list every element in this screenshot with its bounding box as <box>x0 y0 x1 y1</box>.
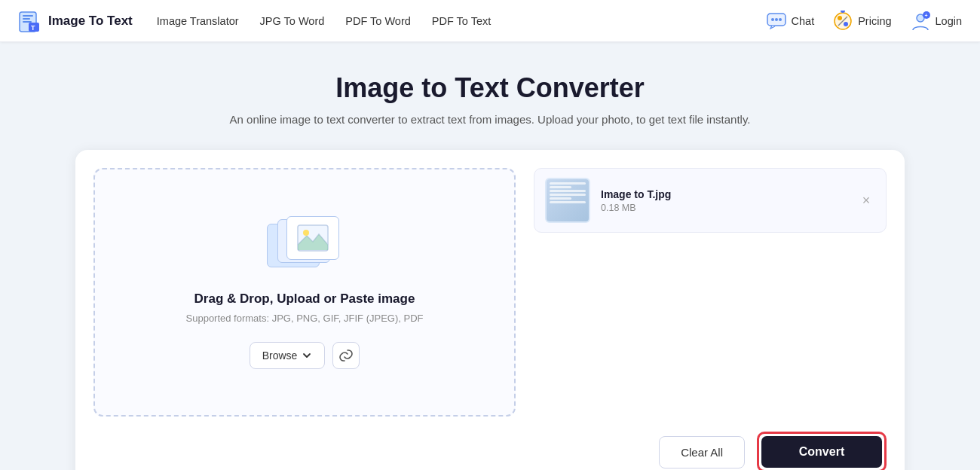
dropzone-title: Drag & Drop, Upload or Paste image <box>194 291 415 307</box>
thumb-line-1 <box>550 182 586 185</box>
main-content: Image to Text Converter An online image … <box>0 42 980 470</box>
link-icon <box>339 349 353 362</box>
thumb-line-3 <box>550 190 586 192</box>
pricing-icon <box>832 11 853 32</box>
file-size: 0.18 MB <box>601 203 847 213</box>
nav-link-pdf-to-text[interactable]: PDF To Text <box>432 15 491 27</box>
dropzone[interactable]: Drag & Drop, Upload or Paste image Suppo… <box>93 168 516 417</box>
chat-icon <box>766 11 787 32</box>
convert-button[interactable]: Convert <box>761 436 882 468</box>
svg-point-18 <box>303 230 309 236</box>
nav-links: Image Translator JPG To Word PDF To Word… <box>157 15 766 27</box>
navbar: T Image To Text Image Translator JPG To … <box>0 0 980 42</box>
login-label: Login <box>936 15 962 27</box>
dropzone-icon <box>267 216 342 276</box>
nav-right: Chat Pricing + Login <box>766 11 962 32</box>
chevron-down-icon <box>302 350 312 361</box>
clear-all-button[interactable]: Clear All <box>659 436 745 468</box>
pricing-label: Pricing <box>858 15 891 27</box>
link-button[interactable] <box>332 342 360 369</box>
convert-button-wrapper: Convert <box>757 432 887 470</box>
thumb-line-4 <box>550 194 586 196</box>
svg-point-9 <box>779 18 782 21</box>
pricing-link[interactable]: Pricing <box>832 11 891 32</box>
login-icon: + <box>910 11 931 32</box>
svg-point-8 <box>775 18 778 21</box>
svg-text:T: T <box>31 24 35 32</box>
dropzone-actions: Browse <box>250 342 360 369</box>
svg-text:+: + <box>924 13 927 18</box>
nav-link-image-translator[interactable]: Image Translator <box>157 15 239 27</box>
file-thumbnail <box>545 178 590 223</box>
login-link[interactable]: + Login <box>910 11 962 32</box>
file-remove-button[interactable]: × <box>857 191 875 209</box>
browse-label: Browse <box>262 349 298 362</box>
chat-label: Chat <box>792 15 815 27</box>
svg-rect-3 <box>23 21 32 23</box>
logo-text: Image To Text <box>48 14 133 29</box>
dropzone-subtitle: Supported formats: JPG, PNG, GIF, JFIF (… <box>186 313 424 324</box>
thumb-line-2 <box>550 186 571 188</box>
svg-point-11 <box>838 16 842 20</box>
svg-rect-2 <box>23 18 30 20</box>
converter-footer: Clear All Convert <box>93 432 887 470</box>
thumb-line-6 <box>550 201 586 203</box>
logo-icon: T <box>18 9 42 33</box>
converter-card: Drag & Drop, Upload or Paste image Suppo… <box>75 150 905 470</box>
file-name: Image to T.jpg <box>601 188 847 200</box>
page-title: Image to Text Converter <box>335 72 644 104</box>
file-thumb-preview <box>547 179 589 221</box>
nav-link-pdf-to-word[interactable]: PDF To Word <box>345 15 411 27</box>
file-info: Image to T.jpg 0.18 MB <box>601 188 847 213</box>
chat-link[interactable]: Chat <box>766 11 815 32</box>
browse-button[interactable]: Browse <box>250 342 326 369</box>
image-placeholder-svg <box>296 224 329 252</box>
svg-rect-1 <box>23 15 33 17</box>
image-icon-front <box>286 216 339 260</box>
page-subtitle: An online image to text converter to ext… <box>230 113 751 126</box>
file-item: Image to T.jpg 0.18 MB × <box>534 168 887 233</box>
converter-body: Drag & Drop, Upload or Paste image Suppo… <box>93 168 887 417</box>
svg-point-7 <box>771 18 774 21</box>
svg-point-12 <box>844 22 848 26</box>
file-list: Image to T.jpg 0.18 MB × <box>534 168 887 417</box>
logo-link[interactable]: T Image To Text <box>18 9 133 33</box>
nav-link-jpg-to-word[interactable]: JPG To Word <box>260 15 325 27</box>
thumb-line-5 <box>550 197 571 200</box>
